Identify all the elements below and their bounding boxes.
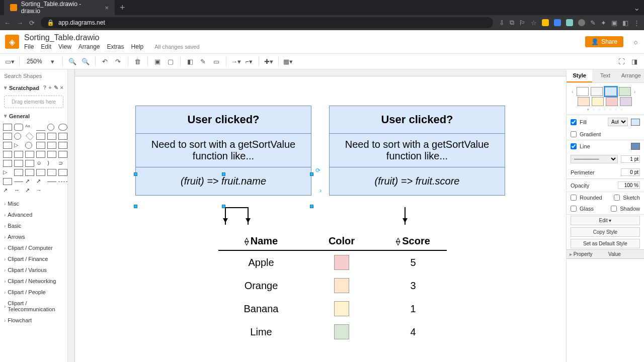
zoom-dropdown-icon[interactable]: ▾ <box>47 56 58 67</box>
shape-rect[interactable] <box>3 124 12 131</box>
line-width-input[interactable] <box>621 155 640 163</box>
zoom-in-icon[interactable]: 🔍 <box>67 56 78 67</box>
shape-diamond[interactable] <box>26 132 34 140</box>
shape[interactable] <box>14 160 23 167</box>
shape[interactable] <box>25 142 32 149</box>
palette-swatch[interactable] <box>591 87 603 96</box>
shape[interactable] <box>36 151 45 158</box>
extensions-icon[interactable]: ✦ <box>601 19 606 27</box>
ext-icon[interactable]: ◧ <box>622 19 628 27</box>
ext-icon[interactable]: ✎ <box>590 19 596 27</box>
shape[interactable] <box>36 142 45 149</box>
window-chevron-icon[interactable]: ⌄ <box>633 3 640 13</box>
menu-arrange[interactable]: Arrange <box>78 43 100 50</box>
table-row[interactable]: Lime 4 <box>218 320 447 343</box>
waypoint-icon[interactable]: ⌐▾ <box>244 56 255 67</box>
shape[interactable] <box>58 142 67 149</box>
ext-icon[interactable]: ⧉ <box>510 19 514 27</box>
reload-icon[interactable]: ⟳ <box>29 19 35 27</box>
menu-icon[interactable]: ⋮ <box>633 19 640 27</box>
shape-dashed[interactable] <box>58 182 67 182</box>
zoom-level[interactable]: 250% <box>24 58 45 65</box>
diagram-box-right[interactable]: User clicked? Need to sort with a getSor… <box>329 106 505 196</box>
tab-style[interactable]: Style <box>567 69 592 82</box>
gradient-checkbox[interactable] <box>571 131 577 137</box>
shape-line[interactable] <box>47 182 56 182</box>
rotate-handle-icon[interactable]: ⟳ <box>315 167 320 174</box>
category-item[interactable]: Arrows <box>0 231 67 242</box>
menu-help[interactable]: Help <box>131 43 144 50</box>
shape-text[interactable]: Aa <box>25 124 34 131</box>
shape[interactable] <box>25 160 34 167</box>
sketch-checkbox[interactable] <box>614 195 620 201</box>
shape-ellipse[interactable] <box>47 124 54 131</box>
shape[interactable] <box>3 178 12 185</box>
sort-icon[interactable]: △▽ <box>245 238 249 245</box>
palette-swatch[interactable] <box>577 87 589 96</box>
new-tab-button[interactable]: + <box>115 3 130 13</box>
fill-mode-select[interactable]: Auto <box>608 118 628 126</box>
shape[interactable] <box>3 133 12 140</box>
line-color-icon[interactable]: ✎ <box>198 56 209 67</box>
shape[interactable] <box>25 151 34 158</box>
table-row[interactable]: Orange 3 <box>218 274 447 297</box>
fill-checkbox[interactable] <box>571 119 577 125</box>
palette-pager[interactable]: ● ○ ○ ○ ○ ○ ○ <box>567 107 644 115</box>
to-back-icon[interactable]: ▢ <box>165 56 176 67</box>
rounded-checkbox[interactable] <box>571 195 577 201</box>
shape[interactable] <box>14 169 23 176</box>
palette-swatch[interactable] <box>606 97 618 106</box>
shape[interactable] <box>3 151 12 158</box>
category-item[interactable]: Advanced <box>0 209 67 220</box>
shadow-checkbox[interactable] <box>611 206 617 212</box>
format-panel-icon[interactable]: ◨ <box>629 56 640 67</box>
copy-style-button[interactable]: Copy Style <box>571 227 640 237</box>
shape[interactable] <box>14 151 23 158</box>
ext-icon[interactable] <box>578 19 585 26</box>
table-row[interactable]: Banana 1 <box>218 297 447 320</box>
shape[interactable] <box>47 169 56 176</box>
table-icon[interactable]: ▦▾ <box>283 56 294 67</box>
arrow-connector[interactable] <box>225 207 226 225</box>
arrow-connector[interactable] <box>225 207 249 208</box>
help-icon[interactable]: ? <box>43 84 46 91</box>
chevron-down-icon[interactable]: ▾ <box>4 84 7 91</box>
menu-edit[interactable]: Edit <box>41 43 51 50</box>
search-shapes-input[interactable] <box>4 73 68 79</box>
redo-icon[interactable]: ↷ <box>113 56 124 67</box>
fill-color-swatch[interactable] <box>631 119 640 126</box>
shape[interactable] <box>3 142 12 149</box>
opacity-input[interactable] <box>618 182 640 189</box>
shape[interactable] <box>47 151 56 158</box>
glass-checkbox[interactable] <box>571 206 577 212</box>
sort-icon[interactable]: △▽ <box>396 238 400 245</box>
category-item[interactable]: Flowchart <box>0 315 67 326</box>
ext-icon[interactable]: ⇩ <box>499 19 505 27</box>
category-item[interactable]: Clipart / Computer <box>0 242 67 253</box>
add-icon[interactable]: ✚▾ <box>263 56 274 67</box>
gear-icon[interactable]: ☼ <box>632 38 639 46</box>
palette-next-icon[interactable]: › <box>633 88 637 95</box>
shape[interactable] <box>58 169 67 176</box>
category-item[interactable]: Clipart / People <box>0 287 67 298</box>
shape-rounded[interactable] <box>14 124 23 131</box>
shape[interactable] <box>58 151 67 158</box>
share-button[interactable]: 👤 Share <box>585 36 623 47</box>
line-checkbox[interactable] <box>571 143 577 149</box>
palette-swatch[interactable] <box>605 87 617 96</box>
connect-arrow-icon[interactable]: › <box>319 187 321 194</box>
shape[interactable] <box>25 169 34 176</box>
to-front-icon[interactable]: ▣ <box>152 56 163 67</box>
selection-handle[interactable] <box>310 172 313 176</box>
category-item[interactable]: Clipart / Finance <box>0 253 67 264</box>
diagram-table[interactable]: △▽ Name Color △▽ Score Apple 5Orange 3Ba… <box>218 232 447 343</box>
menu-extras[interactable]: Extras <box>107 43 124 50</box>
table-row[interactable]: Apple 5 <box>218 251 447 274</box>
ext-icon[interactable] <box>554 19 561 26</box>
line-color-swatch[interactable] <box>631 143 640 150</box>
undo-icon[interactable]: ↶ <box>100 56 111 67</box>
scratchpad-dropzone[interactable]: Drag elements here <box>4 96 63 108</box>
ext-icon[interactable]: ☆ <box>531 19 537 27</box>
category-item[interactable]: Basic <box>0 220 67 231</box>
page-view-button[interactable]: ▭▾ <box>4 56 15 67</box>
